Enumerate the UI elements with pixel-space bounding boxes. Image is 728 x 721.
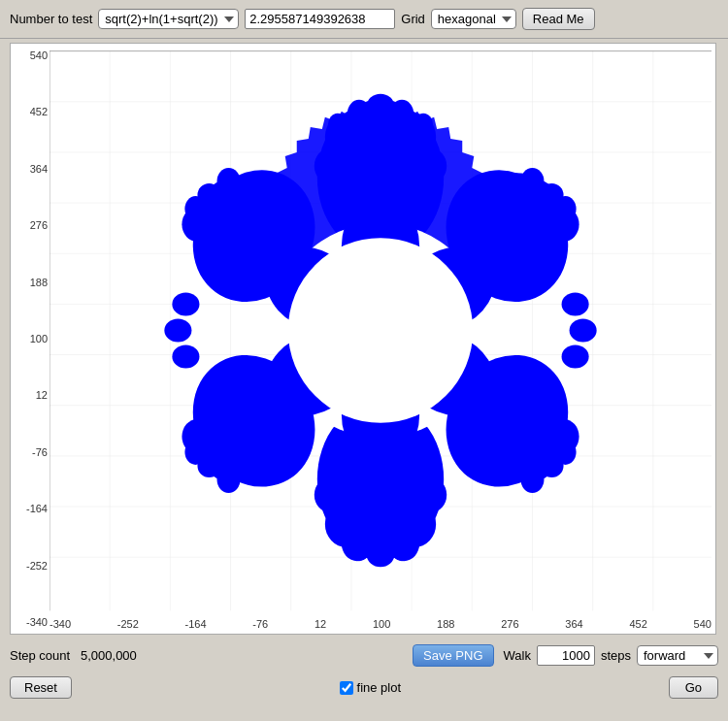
svg-point-62 — [237, 450, 272, 481]
fine-plot-section: fine plot — [340, 680, 402, 695]
svg-point-47 — [489, 392, 524, 423]
steps-label: steps — [601, 648, 631, 663]
bottom-bar-1: Step count 5,000,000 Save PNG Walk steps… — [0, 639, 728, 672]
bottom-bar-2: Reset fine plot Go — [0, 672, 728, 705]
svg-point-95 — [540, 454, 563, 477]
svg-point-81 — [414, 114, 433, 137]
y-axis-labels: 540 452 364 276 188 100 12 -76 -164 -252… — [11, 44, 48, 634]
svg-point-91 — [520, 168, 544, 195]
svg-point-96 — [520, 466, 544, 493]
y-label-8: -164 — [13, 503, 48, 514]
svg-point-102 — [217, 168, 241, 195]
x-label-3: -76 — [252, 618, 268, 630]
svg-point-87 — [562, 345, 589, 369]
go-button[interactable]: Go — [669, 676, 718, 699]
x-label-1: -252 — [117, 618, 139, 630]
y-label-7: -76 — [13, 446, 48, 458]
svg-point-101 — [197, 183, 220, 207]
svg-point-93 — [555, 196, 577, 221]
y-label-10: -340 — [13, 616, 48, 628]
svg-point-97 — [217, 466, 241, 493]
fractal-svg — [50, 49, 711, 612]
grid-label: Grid — [401, 12, 425, 26]
y-label-9: -252 — [13, 560, 48, 572]
x-label-4: 12 — [314, 618, 326, 630]
x-axis-labels: -340 -252 -164 -76 12 100 188 276 364 45… — [50, 618, 711, 630]
step-count-label: Step count — [10, 648, 70, 663]
svg-point-76 — [288, 238, 474, 423]
y-label-1: 452 — [13, 106, 48, 117]
x-label-8: 364 — [565, 618, 582, 630]
formula-result-input[interactable] — [245, 9, 395, 29]
fine-plot-label: fine plot — [357, 680, 402, 695]
x-label-10: 540 — [694, 618, 711, 630]
plot-area — [50, 49, 711, 612]
save-png-button[interactable]: Save PNG — [413, 644, 493, 667]
number-label: Number to test — [10, 12, 92, 26]
svg-point-90 — [172, 345, 199, 369]
svg-point-88 — [172, 292, 199, 315]
step-count-display: Step count 5,000,000 — [10, 648, 403, 663]
x-label-2: -164 — [185, 618, 207, 630]
x-label-0: -340 — [50, 618, 71, 630]
svg-point-79 — [390, 100, 414, 127]
chart-area: 540 452 364 276 188 100 12 -76 -164 -252… — [10, 43, 716, 635]
top-bar: Number to test sqrt(2)+ln(1+sqrt(2)) Gri… — [0, 0, 728, 39]
x-label-7: 276 — [501, 618, 518, 630]
svg-point-84 — [390, 534, 414, 561]
x-label-9: 452 — [629, 618, 646, 630]
svg-point-53 — [415, 477, 447, 512]
y-label-6: 12 — [13, 389, 48, 401]
y-label-0: 540 — [13, 49, 48, 61]
grid-select[interactable]: squarehexagonaltriangular — [431, 9, 516, 29]
y-label-2: 364 — [13, 163, 48, 175]
fine-plot-checkbox-area: fine plot — [340, 680, 402, 695]
svg-point-80 — [328, 114, 347, 137]
svg-point-89 — [164, 318, 191, 342]
svg-point-61 — [237, 392, 272, 423]
svg-point-32 — [415, 148, 447, 183]
reset-button[interactable]: Reset — [10, 676, 72, 699]
x-label-6: 188 — [437, 618, 454, 630]
svg-point-83 — [367, 543, 394, 567]
svg-point-99 — [184, 440, 206, 465]
svg-point-48 — [489, 450, 524, 481]
step-count-value: 5,000,000 — [81, 648, 137, 663]
y-label-4: 188 — [13, 277, 48, 288]
svg-point-31 — [314, 148, 346, 183]
svg-point-85 — [562, 292, 589, 315]
walk-steps-input[interactable] — [537, 645, 595, 666]
y-label-5: 100 — [13, 333, 48, 344]
svg-point-52 — [314, 477, 346, 512]
y-label-3: 276 — [13, 219, 48, 231]
fine-plot-checkbox[interactable] — [340, 681, 353, 695]
formula-select[interactable]: sqrt(2)+ln(1+sqrt(2)) — [98, 9, 239, 29]
direction-select[interactable]: forwardbackward — [637, 645, 718, 666]
svg-point-68 — [237, 238, 272, 269]
read-me-button[interactable]: Read Me — [522, 8, 595, 30]
walk-label: Walk — [504, 648, 531, 663]
x-label-5: 100 — [373, 618, 390, 630]
walk-section: Walk steps forwardbackward — [504, 645, 718, 666]
svg-point-78 — [367, 94, 394, 117]
svg-point-67 — [237, 180, 272, 211]
svg-point-86 — [570, 318, 597, 342]
